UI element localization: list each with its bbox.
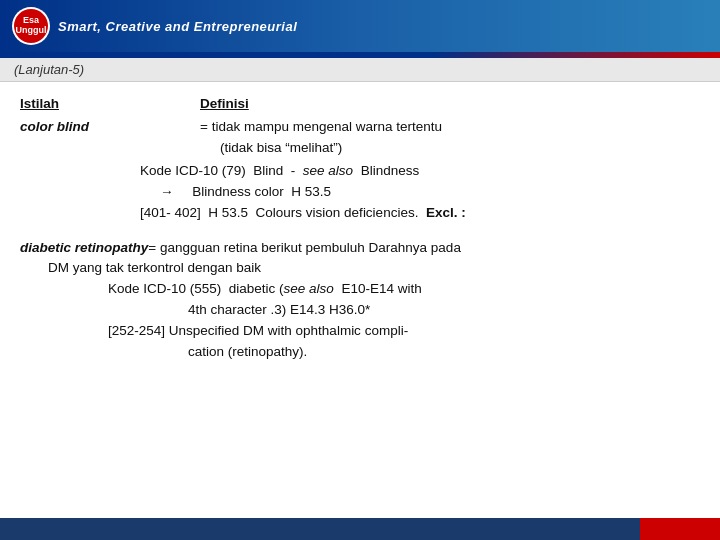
diabetic-term: diabetic retinopathy <box>20 238 148 259</box>
table-header-row: Istilah Definisi <box>20 94 700 115</box>
col2-header: Definisi <box>200 94 249 115</box>
diabetic-section: diabetic retinopathy = gangguan retina b… <box>20 238 700 364</box>
subheader: (Lanjutan-5) <box>0 58 720 82</box>
logo-text: Esa Unggul <box>14 9 48 43</box>
diabetic-bracket-line: [252-254] Unspecified DM with ophthalmic… <box>108 321 700 342</box>
diabetic-def-line2: DM yang tak terkontrol dengan baik <box>20 258 700 279</box>
def-color-blind: = tidak mampu mengenal warna tertentu (t… <box>200 117 700 159</box>
bracket-line: [401- 402] H 53.5 Colours vision deficie… <box>140 203 700 224</box>
diabetic-def-line2-text: DM yang tak terkontrol dengan baik <box>48 260 261 275</box>
diabetic-icd-line: Kode ICD-10 (555) diabetic (see also E10… <box>108 279 700 300</box>
diabetic-icd-block: Kode ICD-10 (555) diabetic (see also E10… <box>20 279 700 363</box>
header-tagline: Smart, Creative and Entrepreneurial <box>58 19 297 34</box>
diabetic-char-line: 4th character .3) E14.3 H36.0* <box>108 300 700 321</box>
color-blind-row: color blind = tidak mampu mengenal warna… <box>20 117 700 159</box>
terms-table: Istilah Definisi color blind = tidak mam… <box>20 94 700 224</box>
page-header: Esa Unggul Smart, Creative and Entrepren… <box>0 0 720 52</box>
logo-area: Esa Unggul Smart, Creative and Entrepren… <box>12 7 297 45</box>
diabetic-main-line: diabetic retinopathy = gangguan retina b… <box>20 238 700 259</box>
excl-label: Excl. : <box>426 205 466 220</box>
footer-right <box>640 518 720 540</box>
arrow-line: → Blindness color H 53.5 <box>140 182 700 203</box>
icd-line: Kode ICD-10 (79) Blind - see also Blindn… <box>140 161 700 182</box>
icd-block-colorblind: Kode ICD-10 (79) Blind - see also Blindn… <box>20 161 700 224</box>
see-also-2: see also <box>284 281 334 296</box>
main-content: Istilah Definisi color blind = tidak mam… <box>0 82 720 375</box>
def-line2: (tidak bisa “melihat”) <box>200 138 700 159</box>
diabetic-def-text: = gangguan retina berikut pembuluh Darah… <box>148 238 461 259</box>
logo-circle: Esa Unggul <box>12 7 50 45</box>
page-footer <box>0 518 720 540</box>
subheader-text: (Lanjutan-5) <box>14 62 84 77</box>
see-also-1: see also <box>303 163 353 178</box>
col1-header: Istilah <box>20 94 200 115</box>
term-color-blind: color blind <box>20 117 200 138</box>
footer-left <box>0 518 640 540</box>
def-line1: = tidak mampu mengenal warna tertentu <box>200 117 700 138</box>
diabetic-cont-line: cation (retinopathy). <box>108 342 700 363</box>
